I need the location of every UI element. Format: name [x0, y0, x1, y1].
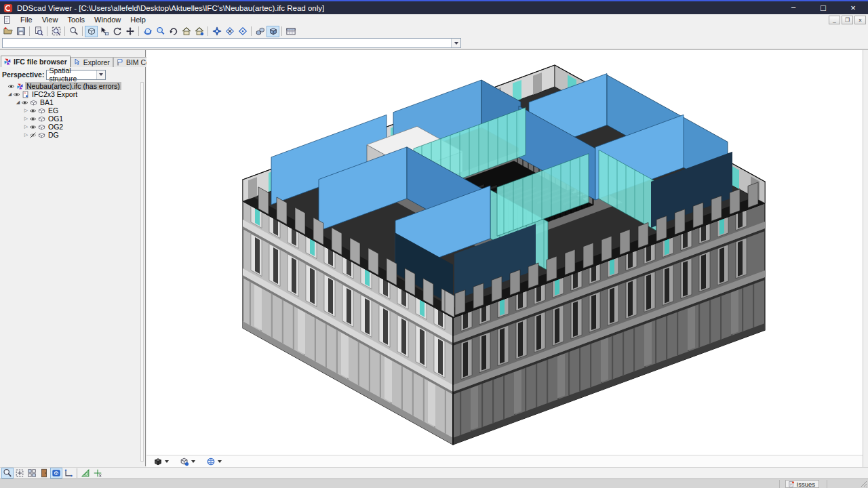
schedule-view-button[interactable] — [284, 26, 297, 37]
menu-view[interactable]: View — [37, 15, 63, 24]
tree-item-label: OG1 — [47, 115, 64, 123]
badge3d-icon — [52, 468, 61, 478]
visibility-eye-icon[interactable] — [7, 83, 15, 90]
issues-button[interactable]: Issues — [785, 480, 819, 488]
tab-ifc-file-browser[interactable]: IFC file browser — [1, 56, 71, 67]
menu-window[interactable]: Window — [90, 15, 125, 24]
previous-view-button[interactable] — [167, 26, 180, 37]
fly-icon — [212, 26, 222, 36]
save-button[interactable] — [14, 26, 27, 37]
section-mode-button[interactable] — [177, 456, 198, 467]
tree-item-label: DG — [47, 131, 60, 139]
toolbar-separator — [64, 26, 65, 36]
visibility-eye-off-icon[interactable] — [29, 131, 37, 139]
set-home-view-button[interactable] — [193, 26, 205, 37]
coordinate-axis-button[interactable] — [62, 468, 75, 479]
zoomfit-icon — [52, 26, 61, 36]
orbitview-icon — [143, 26, 153, 36]
resize-grip[interactable] — [861, 481, 867, 487]
tree-scrollbar[interactable] — [140, 82, 144, 462]
tree-collapsed-arrow-icon[interactable]: ▷ — [23, 124, 29, 129]
multi-select-button[interactable] — [26, 468, 38, 479]
tree-item-ifc2x3-export[interactable]: ◢IFC2x3 Export — [0, 90, 139, 98]
issues-document-icon — [788, 481, 795, 488]
title-bar[interactable]: DDScad Viewer - [C:\Users\allefeld\Deskt… — [0, 1, 868, 14]
display-mode-button[interactable] — [151, 456, 172, 467]
home-view-button[interactable] — [180, 26, 193, 37]
tree-item-dg[interactable]: ▷DG — [0, 131, 139, 139]
content-area: IFC file browserExplorerBIM Collaborati.… — [0, 49, 868, 467]
3d-viewport[interactable] — [146, 50, 863, 468]
measure-surface-button[interactable] — [236, 26, 249, 37]
find-icon — [69, 26, 79, 36]
pinwheel-icon — [16, 83, 24, 90]
visibility-eye-icon[interactable] — [21, 99, 28, 106]
zoom-to-fit-button[interactable] — [50, 26, 62, 37]
toolbar-separator — [251, 26, 252, 36]
find-button[interactable] — [67, 26, 80, 37]
document-system-icon[interactable] — [3, 16, 12, 24]
chevron-down-icon[interactable] — [218, 460, 222, 463]
measure-point-button[interactable] — [223, 26, 236, 37]
tree-item-og1[interactable]: ▷OG1 — [0, 115, 139, 123]
tree-item-og2[interactable]: ▷OG2 — [0, 123, 139, 131]
menu-file[interactable]: File — [16, 15, 37, 24]
building-model[interactable] — [146, 50, 863, 455]
tab-explorer[interactable]: Explorer — [71, 57, 113, 67]
selection-toolbar — [0, 467, 868, 479]
close-button[interactable]: × — [838, 1, 868, 14]
chevron-down-icon[interactable] — [96, 70, 105, 79]
measure-triangle-button[interactable] — [79, 468, 92, 479]
rotate-object-button[interactable] — [111, 26, 123, 37]
box3d-icon — [87, 26, 96, 36]
window-controls: −□× — [778, 1, 868, 14]
shaded-view-button[interactable] — [267, 26, 279, 37]
view-3d-button[interactable] — [50, 468, 62, 479]
tree-collapsed-arrow-icon[interactable]: ▷ — [23, 108, 29, 113]
door-select-button[interactable] — [38, 468, 50, 479]
home-icon — [182, 26, 191, 36]
visibility-eye-icon[interactable] — [13, 91, 20, 98]
storey-icon — [38, 115, 45, 123]
maximize-button[interactable]: □ — [808, 1, 838, 14]
zoomview-icon — [156, 26, 165, 36]
zoom-view-button[interactable] — [154, 26, 167, 37]
chevron-down-icon[interactable] — [451, 39, 460, 47]
tree-item-neubau-artec-ifc-has-errors[interactable]: Neubau(artec).ifc (has errors) — [0, 82, 139, 90]
chevron-down-icon[interactable] — [191, 460, 195, 463]
frame-select-button[interactable] — [14, 468, 26, 479]
explode-view-button[interactable] — [254, 26, 267, 37]
select-mode-button[interactable] — [98, 26, 111, 37]
perspective-value: Spatial structure — [49, 66, 96, 83]
tree-collapsed-arrow-icon[interactable]: ▷ — [23, 116, 29, 121]
rotateobj-icon — [113, 26, 122, 36]
chevron-down-icon[interactable] — [165, 460, 169, 463]
visibility-eye-icon[interactable] — [29, 115, 37, 123]
menu-help[interactable]: Help — [125, 15, 151, 24]
perspective-select[interactable]: Spatial structure — [46, 70, 106, 80]
tree-item-eg[interactable]: ▷EG — [0, 106, 139, 115]
move-object-button[interactable] — [123, 26, 136, 37]
mdi-restore-button[interactable]: ❐ — [842, 16, 853, 24]
selection-combobox[interactable] — [2, 38, 461, 48]
tree-expanded-arrow-icon[interactable]: ◢ — [7, 92, 13, 97]
orbit-mode-button[interactable] — [85, 26, 98, 37]
open-file-button[interactable] — [1, 26, 14, 37]
print-preview-button[interactable] — [32, 26, 45, 37]
rotate-view-button[interactable] — [141, 26, 154, 37]
schedule-icon — [286, 26, 296, 36]
fly-mode-button[interactable] — [210, 26, 223, 37]
tree-expanded-arrow-icon[interactable]: ◢ — [15, 100, 21, 105]
visibility-eye-icon[interactable] — [29, 107, 37, 115]
zoom-select-button[interactable] — [1, 468, 14, 479]
visibility-mode-button[interactable] — [203, 456, 224, 467]
tree-item-ba1[interactable]: ◢BA1 — [0, 98, 139, 106]
snap-point-button[interactable] — [92, 468, 104, 479]
tree-collapsed-arrow-icon[interactable]: ▷ — [23, 132, 29, 138]
moveobj-icon — [125, 26, 135, 36]
minimize-button[interactable]: − — [778, 1, 808, 14]
menu-tools[interactable]: Tools — [62, 15, 90, 24]
visibility-eye-icon[interactable] — [29, 123, 37, 131]
mdi-close-button[interactable]: x — [854, 16, 866, 24]
mdi-minimize-button[interactable]: _ — [829, 16, 840, 24]
